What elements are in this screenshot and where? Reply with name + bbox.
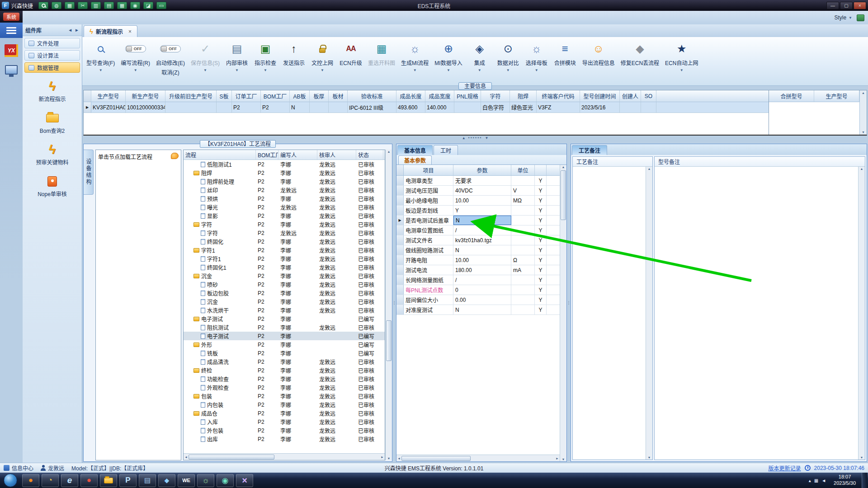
flow-row-17[interactable]: 水洗烘干P2李娜龙敦远已审核 bbox=[184, 306, 385, 314]
model-notes-scrollbar[interactable]: ▲▼ bbox=[858, 167, 865, 460]
chevron-down-icon[interactable]: ▼ bbox=[99, 68, 103, 75]
flow-row-31[interactable]: 外包装P2李娜龙敦远已审核 bbox=[184, 426, 385, 435]
flow-row-11[interactable]: 字符1P2李娜龙敦远已审核 bbox=[184, 254, 385, 263]
taskbar-clock[interactable]: 18:07 2023/5/30 bbox=[830, 474, 859, 487]
flow-row-24[interactable]: 终检P2李娜龙敦远已审核 bbox=[184, 366, 385, 375]
column-header-15[interactable]: 终端客户代码 bbox=[537, 90, 580, 102]
expand-right-icon[interactable]: ► bbox=[75, 28, 79, 33]
param-value-field[interactable]: 180.00 bbox=[453, 265, 511, 275]
params-hscrollbar[interactable]: ◄► bbox=[396, 455, 560, 461]
horizontal-splitter[interactable]: ▲••••••▼ bbox=[82, 136, 868, 140]
version-history-link[interactable]: 版本更新记录 bbox=[769, 464, 801, 472]
chevron-down-icon[interactable]: ▼ bbox=[413, 68, 417, 75]
model-notes-body[interactable] bbox=[655, 167, 858, 460]
chevron-down-icon[interactable]: ▼ bbox=[478, 68, 481, 75]
tab-basic-params[interactable]: 基本参数 bbox=[398, 155, 432, 164]
row-selector[interactable]: ▶ bbox=[84, 102, 91, 113]
toolbar-button-15[interactable]: ≡合拼模块 bbox=[552, 39, 579, 85]
tree-vscrollbar[interactable]: ▲▼ bbox=[385, 150, 392, 460]
tree-hscrollbar[interactable]: ◄► bbox=[184, 453, 385, 460]
flow-row-7[interactable]: 字符P2李娜龙敦远已审核 bbox=[184, 220, 385, 229]
tab-new-flow-instruction[interactable]: ϟ 新流程指示 × bbox=[84, 25, 137, 37]
flow-row-12[interactable]: 终固化1P2李娜龙敦远已审核 bbox=[184, 263, 385, 272]
param-row-1[interactable]: 测试电压范围40VDCVY bbox=[396, 186, 560, 196]
param-row-11[interactable]: 每PNL测试点数0Y bbox=[396, 285, 560, 295]
toolbar-button-18[interactable]: ★ECN自动上网▼ bbox=[663, 39, 700, 85]
flow-row-10[interactable]: 字符1P2李娜龙敦远已审核 bbox=[184, 246, 385, 254]
column-header-10[interactable]: 成品长度 bbox=[396, 90, 425, 102]
menu-icon[interactable] bbox=[0, 23, 23, 38]
maximize-button[interactable]: ▢ bbox=[840, 2, 853, 9]
column-header-7[interactable]: 板厚 bbox=[310, 90, 329, 102]
tab-device-structure[interactable]: 设备结构 bbox=[84, 150, 94, 195]
param-value-field[interactable]: 0 bbox=[453, 285, 511, 295]
param-value-field[interactable]: Y bbox=[453, 206, 511, 215]
flow-row-22[interactable]: 铣板P2李娜已编写 bbox=[184, 349, 385, 357]
tray-volume-icon[interactable]: ◄ bbox=[821, 478, 826, 483]
param-value-field[interactable]: / bbox=[453, 275, 511, 285]
column-header-17[interactable]: 创建人 bbox=[620, 90, 641, 102]
process-notes-scrollbar[interactable]: ▲▼ bbox=[646, 167, 652, 460]
process-notes-body[interactable] bbox=[573, 167, 646, 460]
sidebar-group-2[interactable]: 数据管理 bbox=[24, 62, 80, 73]
flow-row-3[interactable]: 丝印P2龙敦远龙敦远已审核 bbox=[184, 186, 385, 194]
chevron-down-icon[interactable]: ▼ bbox=[203, 68, 207, 75]
sidebar-group-0[interactable]: 文件处理 bbox=[24, 38, 80, 48]
flow-row-5[interactable]: 曝光P2龙敦远龙敦远已审核 bbox=[184, 203, 385, 211]
chevron-down-icon[interactable]: ▼ bbox=[447, 68, 450, 75]
flow-row-1[interactable]: 阻焊P2李娜龙敦远已审核 bbox=[184, 169, 385, 177]
toggle-off-switch[interactable]: OFF bbox=[125, 45, 146, 52]
column-header-2[interactable]: 升级前旧生产型号 bbox=[165, 90, 217, 102]
grid-icon[interactable]: ▦ bbox=[65, 2, 75, 9]
flow-row-23[interactable]: 成品清洗P2李娜龙敦远已审核 bbox=[184, 357, 385, 366]
column-header-9[interactable]: 验收标准 bbox=[348, 90, 396, 102]
column-header-16[interactable]: 型号创建时间 bbox=[580, 90, 620, 102]
flow-row-27[interactable]: 包装P2李娜龙敦远已审核 bbox=[184, 392, 385, 400]
flow-row-0[interactable]: 低阻测试1P2李娜龙敦远已审核 bbox=[184, 160, 385, 169]
taskbar-green-app-icon[interactable]: ◉ bbox=[217, 474, 234, 487]
search-icon[interactable] bbox=[38, 2, 48, 9]
column-header-5[interactable]: BOM工厂 bbox=[261, 90, 290, 102]
tree-col-reviewer[interactable]: 核审人 bbox=[317, 150, 356, 160]
toolbar-button-0[interactable]: 型号查询(F)▼ bbox=[84, 39, 117, 85]
param-col-value[interactable]: 参数 bbox=[453, 165, 511, 175]
tab-work-hours[interactable]: 工时 bbox=[434, 145, 458, 155]
param-row-12[interactable]: 层间偏位大小0.00Y bbox=[396, 295, 560, 305]
flow-row-19[interactable]: 阻抗测试P2李娜龙敦远已审核 bbox=[184, 323, 385, 332]
toggle-off-switch[interactable]: OFF bbox=[160, 45, 181, 52]
taskbar-tag-icon[interactable]: ◆ bbox=[158, 474, 175, 487]
param-value-field[interactable]: 10.00 bbox=[453, 196, 511, 205]
param-row-10[interactable]: 长网络测量图纸/Y bbox=[396, 275, 560, 285]
style-dropdown[interactable]: Style ▼ bbox=[834, 14, 852, 21]
toolbar-button-7[interactable]: 文控上网▼ bbox=[309, 39, 336, 85]
param-row-8[interactable]: 开路电阻10.00ΩY bbox=[396, 255, 560, 265]
toolbar-button-3[interactable]: ✓保存信息(S)▼ bbox=[189, 39, 222, 85]
info-center[interactable]: 信息中心 bbox=[4, 464, 33, 472]
taskbar-folder-icon[interactable] bbox=[100, 474, 117, 487]
screen-icon[interactable]: ▭ bbox=[156, 2, 166, 9]
flow-row-4[interactable]: 预烘P2李娜龙敦远已审核 bbox=[184, 194, 385, 203]
param-value-field[interactable]: / bbox=[453, 225, 511, 235]
param-row-13[interactable]: 对准度测试NY bbox=[396, 305, 560, 315]
flow-row-25[interactable]: 功能检查P2李娜龙敦远已审核 bbox=[184, 375, 385, 383]
taskbar-p-app-icon[interactable]: P bbox=[119, 474, 137, 487]
flow-row-14[interactable]: 喷砂P2李娜龙敦远已审核 bbox=[184, 280, 385, 289]
param-value-field[interactable]: N bbox=[453, 245, 511, 255]
flow-row-32[interactable]: 出库P2李娜龙敦远已审核 bbox=[184, 435, 385, 443]
tree-col-writer[interactable]: 编写人 bbox=[278, 150, 317, 160]
column-header-0[interactable]: 生产型号 bbox=[91, 90, 126, 102]
vertical-splitter-1[interactable]: ⋮ bbox=[392, 144, 396, 462]
param-row-selector[interactable]: ▶ bbox=[396, 216, 404, 225]
toolbar-button-10[interactable]: ☼生成MI流程▼ bbox=[399, 39, 431, 85]
chevron-down-icon[interactable]: ▼ bbox=[264, 68, 267, 75]
right-column-header-0[interactable]: 合拼型号 bbox=[769, 90, 814, 102]
flow-row-20[interactable]: 电子测试P2李娜已编写 bbox=[184, 332, 385, 340]
flow-row-8[interactable]: 字符P2龙敦远龙敦远已审核 bbox=[184, 229, 385, 237]
chevron-down-icon[interactable]: ▼ bbox=[321, 68, 324, 75]
taskbar-internet-explorer-icon[interactable]: e bbox=[61, 474, 78, 487]
flow-row-28[interactable]: 内包装P2李娜龙敦远已审核 bbox=[184, 400, 385, 409]
chevron-down-icon[interactable]: ▼ bbox=[680, 68, 684, 75]
collapse-left-icon[interactable]: ◄ bbox=[68, 28, 72, 33]
taskbar-browser-red-icon[interactable]: ● bbox=[80, 474, 98, 487]
param-col-item[interactable]: 项目 bbox=[404, 165, 453, 175]
